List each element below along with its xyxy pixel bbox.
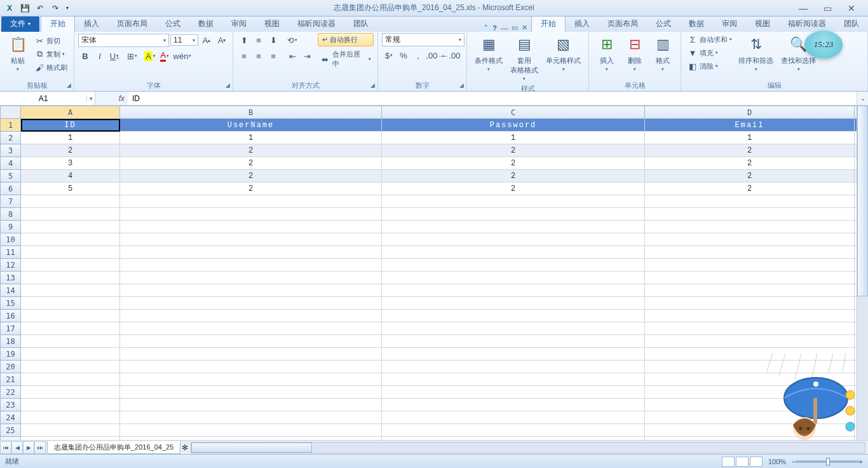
cell[interactable]: 4	[21, 170, 120, 182]
zoom-slider-knob[interactable]	[826, 458, 830, 465]
cell[interactable]	[645, 284, 855, 297]
ribbon-tab-审阅[interactable]: 审阅	[713, 17, 746, 32]
ribbon-tab-插入[interactable]: 插入	[566, 17, 599, 32]
cell[interactable]	[645, 195, 855, 208]
fx-icon[interactable]: fx	[95, 94, 128, 103]
cell[interactable]	[645, 272, 855, 284]
cell[interactable]	[645, 259, 855, 272]
cell[interactable]: 2	[382, 157, 645, 170]
row-header[interactable]: 15	[1, 297, 21, 310]
row-header[interactable]: 1	[1, 119, 21, 132]
cell[interactable]	[120, 284, 382, 297]
cell[interactable]	[120, 348, 382, 361]
ribbon-minimize-icon[interactable]: ⌃	[483, 24, 489, 32]
cell[interactable]	[21, 259, 120, 272]
align-bottom-button[interactable]: ⬇	[266, 33, 280, 47]
row-header[interactable]: 22	[1, 386, 21, 399]
cell[interactable]	[382, 233, 645, 246]
autosum-button[interactable]: Σ自动求和 ▾	[685, 33, 735, 46]
ribbon-tab[interactable]: 开始	[41, 16, 75, 32]
cell[interactable]	[120, 373, 382, 386]
zoom-level[interactable]: 100%	[768, 458, 786, 465]
orientation-button[interactable]: ⟲	[285, 33, 299, 47]
cell[interactable]: 1	[645, 132, 855, 144]
clear-button[interactable]: ◧清除 ▾	[685, 60, 735, 72]
sheet-nav-last[interactable]: ⏭	[34, 441, 46, 454]
cell[interactable]	[645, 221, 855, 233]
ribbon-tab-页面布局[interactable]: 页面布局	[599, 17, 647, 32]
column-header[interactable]: B	[120, 106, 382, 119]
name-box-input[interactable]	[0, 94, 86, 103]
cell[interactable]	[382, 373, 645, 386]
fill-button[interactable]: ▼填充 ▾	[685, 46, 735, 59]
maximize-button[interactable]: ▭	[818, 3, 836, 13]
cell[interactable]	[21, 348, 120, 361]
column-header[interactable]: C	[382, 106, 645, 119]
scrollbar-thumb[interactable]	[191, 443, 312, 453]
row-header[interactable]: 16	[1, 310, 21, 322]
cell[interactable]	[645, 411, 855, 424]
cell[interactable]	[382, 284, 645, 297]
row-header[interactable]: 19	[1, 348, 21, 361]
ribbon-tab[interactable]: 页面布局	[108, 17, 156, 32]
cell[interactable]: 2	[120, 144, 382, 157]
cell[interactable]	[645, 424, 855, 437]
cell[interactable]	[120, 246, 382, 259]
cell[interactable]	[382, 195, 645, 208]
wrap-text-button[interactable]: ↵自动换行	[318, 33, 374, 46]
align-left-button[interactable]: ≡	[237, 49, 251, 63]
row-header[interactable]: 2	[1, 132, 21, 144]
column-header[interactable]: A	[21, 106, 120, 119]
help-icon[interactable]: ?	[492, 24, 497, 32]
row-header[interactable]: 6	[1, 182, 21, 195]
cell[interactable]: UserName	[120, 119, 382, 132]
increase-indent-button[interactable]: ⇥	[300, 49, 314, 63]
ribbon-tab-数据[interactable]: 数据	[680, 17, 713, 32]
ribbon-tab-福昕阅读器[interactable]: 福昕阅读器	[779, 17, 835, 32]
row-header[interactable]: 10	[1, 233, 21, 246]
row-header[interactable]: 24	[1, 411, 21, 424]
cell[interactable]	[21, 284, 120, 297]
ribbon-tab-公式[interactable]: 公式	[647, 17, 680, 32]
cell[interactable]	[120, 386, 382, 399]
cell[interactable]	[21, 272, 120, 284]
cell[interactable]	[21, 221, 120, 233]
cell[interactable]	[21, 399, 120, 411]
cell[interactable]	[382, 297, 645, 310]
delete-cells-button[interactable]: ⊟删除▾	[621, 33, 649, 73]
cell[interactable]	[120, 221, 382, 233]
align-middle-button[interactable]: ≡	[252, 33, 266, 47]
sheet-nav-first[interactable]: ⏮	[0, 441, 11, 454]
cell[interactable]: 5	[21, 182, 120, 195]
format-painter-button[interactable]: 🖌格式刷	[32, 61, 70, 74]
comma-button[interactable]: ,	[411, 48, 425, 62]
ribbon-tab-开始[interactable]: 开始	[531, 16, 566, 32]
cell[interactable]	[382, 272, 645, 284]
column-header[interactable]: D	[645, 106, 855, 119]
cell[interactable]	[21, 246, 120, 259]
underline-button[interactable]: U	[107, 49, 121, 63]
new-sheet-button[interactable]: ✻	[182, 443, 188, 452]
percent-button[interactable]: %	[397, 48, 410, 62]
cell[interactable]	[382, 335, 645, 348]
cell[interactable]: 2	[645, 144, 855, 157]
cell[interactable]	[21, 322, 120, 335]
row-header[interactable]: 21	[1, 373, 21, 386]
dialog-launcher-icon[interactable]: ◢	[65, 82, 72, 90]
undo-button[interactable]: ↶	[33, 1, 47, 15]
cell[interactable]	[21, 297, 120, 310]
cell[interactable]	[382, 424, 645, 437]
cell[interactable]	[120, 361, 382, 373]
row-header[interactable]: 9	[1, 221, 21, 233]
name-box-dropdown-icon[interactable]: ▾	[86, 95, 95, 102]
cell[interactable]	[645, 208, 855, 221]
dialog-launcher-icon[interactable]: ◢	[369, 82, 376, 90]
font-color-button[interactable]: A	[158, 49, 172, 63]
align-top-button[interactable]: ⬆	[237, 33, 251, 47]
shrink-font-button[interactable]: A▾	[215, 33, 229, 47]
row-header[interactable]: 23	[1, 399, 21, 411]
cell[interactable]	[382, 208, 645, 221]
cell[interactable]	[21, 386, 120, 399]
redo-button[interactable]: ↷	[48, 1, 62, 15]
row-header[interactable]: 18	[1, 335, 21, 348]
